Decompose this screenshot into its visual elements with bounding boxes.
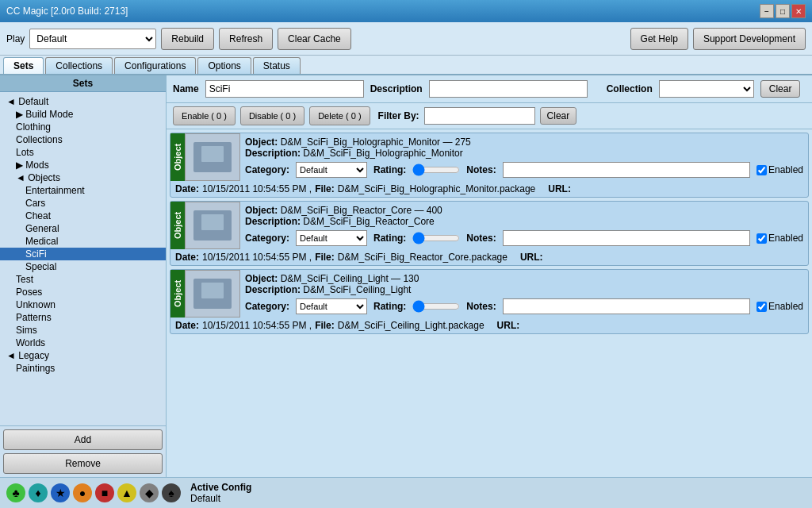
- clear-cache-button[interactable]: Clear Cache: [278, 28, 351, 50]
- category-select[interactable]: Default: [296, 162, 367, 178]
- disable-button[interactable]: Disable ( 0 ): [240, 106, 304, 125]
- category-select[interactable]: Default: [296, 230, 367, 246]
- enabled-checkbox[interactable]: [756, 233, 767, 244]
- item-details: Object: D&M_SciFi_Big_Reactor_Core — 400…: [240, 202, 808, 249]
- tree-item-unknown[interactable]: Unknown: [0, 298, 166, 311]
- description-input[interactable]: [429, 80, 588, 98]
- active-config-label: Active Config: [190, 482, 251, 493]
- meta-row: Name Description Collection Clear: [167, 75, 812, 103]
- active-config: Active Config Default: [190, 482, 251, 504]
- tree-item-special[interactable]: Special: [0, 260, 166, 273]
- items-list: Object Object: D&M_SciFi_Big_Holographic…: [167, 129, 812, 477]
- maximize-button[interactable]: □: [776, 4, 790, 18]
- collection-select[interactable]: [659, 80, 754, 98]
- tab-sets[interactable]: Sets: [3, 57, 44, 74]
- tree-item-clothing[interactable]: Clothing: [0, 121, 166, 133]
- category-select[interactable]: Default: [296, 298, 367, 314]
- tree-item-entertainment[interactable]: Entertainment: [0, 184, 166, 197]
- tree-item-cars[interactable]: Cars: [0, 197, 166, 210]
- rating-slider[interactable]: [412, 300, 460, 313]
- tree-item-patterns[interactable]: Patterns: [0, 311, 166, 324]
- minimize-button[interactable]: −: [760, 4, 774, 18]
- notes-label: Notes:: [466, 301, 496, 312]
- item-meta-row: Category: Default Rating: Notes: Enabled: [245, 298, 803, 314]
- item-details: Object: D&M_SciFi_Ceiling_Light — 130 De…: [240, 270, 808, 318]
- tree-item-objects[interactable]: ◄ Objects: [0, 171, 166, 184]
- tree-item-scifi[interactable]: SciFi: [0, 248, 166, 260]
- tree-item-lots[interactable]: Lots: [0, 146, 166, 159]
- item-tag: Object: [170, 270, 185, 318]
- clear-filter-button[interactable]: Clear: [540, 107, 577, 125]
- item-bottom-row: Date: 10/15/2011 10:54:55 PM , File: D&M…: [170, 318, 808, 333]
- date-label: Date:: [175, 252, 199, 263]
- item-meta-row: Category: Default Rating: Notes: Enabled: [245, 230, 803, 246]
- delete-button[interactable]: Delete ( 0 ): [309, 106, 370, 125]
- notes-input[interactable]: [503, 230, 750, 246]
- rating-label: Rating:: [373, 233, 406, 244]
- file-value: D&M_SciFi_Big_Reactor_Core.package: [338, 252, 508, 263]
- status-icon1[interactable]: ♣: [6, 483, 25, 502]
- collection-label: Collection: [607, 83, 653, 94]
- status-icon7[interactable]: ◆: [140, 483, 159, 502]
- rebuild-button[interactable]: Rebuild: [161, 28, 214, 50]
- tree-item-test[interactable]: Test: [0, 273, 166, 286]
- status-icon5[interactable]: ■: [95, 483, 114, 502]
- tree-item-worlds[interactable]: Worlds: [0, 337, 166, 349]
- status-icon8[interactable]: ♠: [162, 483, 181, 502]
- tab-configurations[interactable]: Configurations: [114, 57, 196, 74]
- name-input[interactable]: [205, 80, 364, 98]
- get-help-button[interactable]: Get Help: [630, 28, 688, 50]
- titlebar: CC Magic [2.0r0 Build: 2713] − □ ✕: [0, 0, 812, 22]
- add-button[interactable]: Add: [3, 429, 163, 450]
- tree-item-poses[interactable]: Poses: [0, 286, 166, 298]
- notes-input[interactable]: [503, 298, 750, 314]
- close-button[interactable]: ✕: [791, 4, 806, 18]
- tree-item-build-mode[interactable]: ▶ Build Mode: [0, 108, 166, 121]
- play-select[interactable]: Default: [29, 29, 156, 49]
- sidebar: Sets ◄ Default▶ Build ModeClothingCollec…: [0, 75, 167, 477]
- status-icon3[interactable]: ★: [51, 483, 70, 502]
- filter-input[interactable]: [424, 107, 535, 125]
- date-value: 10/15/2011 10:54:55 PM ,: [202, 183, 312, 194]
- date-label: Date:: [175, 183, 199, 194]
- item-body: Object Object: D&M_SciFi_Ceiling_Light —…: [170, 270, 808, 318]
- app-title: CC Magic [2.0r0 Build: 2713]: [6, 6, 128, 17]
- active-config-value: Default: [190, 493, 251, 504]
- notes-input[interactable]: [503, 162, 750, 178]
- filter-label: Filter By:: [378, 110, 419, 121]
- tree-item-legacy[interactable]: ◄ Legacy: [0, 349, 166, 362]
- tree-item-collections[interactable]: Collections: [0, 133, 166, 146]
- status-icon2[interactable]: ♦: [29, 483, 48, 502]
- tree-item-general[interactable]: General: [0, 222, 166, 235]
- enabled-label: Enabled: [768, 233, 803, 244]
- tree-item-mods[interactable]: ▶ Mods: [0, 159, 166, 171]
- date-value: 10/15/2011 10:54:55 PM ,: [202, 320, 312, 331]
- support-button[interactable]: Support Development: [693, 28, 806, 50]
- tree-item-paintings[interactable]: Paintings: [0, 362, 166, 375]
- enabled-checkbox[interactable]: [756, 302, 767, 312]
- tree-item-sims[interactable]: Sims: [0, 324, 166, 337]
- tab-status[interactable]: Status: [253, 57, 301, 74]
- refresh-button[interactable]: Refresh: [219, 28, 273, 50]
- rating-label: Rating:: [373, 164, 406, 175]
- tree-item-default[interactable]: ◄ Default: [0, 95, 166, 108]
- statusbar: ♣♦★●■▲◆♠ Active Config Default: [0, 477, 812, 507]
- item-card-item3: Object Object: D&M_SciFi_Ceiling_Light —…: [170, 269, 809, 334]
- tree-item-cheat[interactable]: Cheat: [0, 210, 166, 222]
- enable-button[interactable]: Enable ( 0 ): [173, 106, 236, 125]
- collection-clear-button[interactable]: Clear: [760, 80, 801, 98]
- url-label: URL:: [497, 320, 520, 331]
- item-desc-line: Description: D&M_SciFi_Big_Holographic_M…: [245, 148, 803, 159]
- tree-item-medical[interactable]: Medical: [0, 235, 166, 248]
- tab-collections[interactable]: Collections: [45, 57, 113, 74]
- remove-button[interactable]: Remove: [3, 453, 163, 474]
- rating-slider[interactable]: [412, 232, 460, 244]
- item-card-item2: Object Object: D&M_SciFi_Big_Reactor_Cor…: [170, 201, 809, 266]
- tab-options[interactable]: Options: [197, 57, 251, 74]
- item-tag: Object: [170, 133, 185, 181]
- status-icon4[interactable]: ●: [73, 483, 92, 502]
- status-icon6[interactable]: ▲: [117, 483, 136, 502]
- rating-slider[interactable]: [412, 164, 460, 176]
- enabled-checkbox[interactable]: [756, 165, 767, 175]
- tree: ◄ Default▶ Build ModeClothingCollections…: [0, 92, 166, 425]
